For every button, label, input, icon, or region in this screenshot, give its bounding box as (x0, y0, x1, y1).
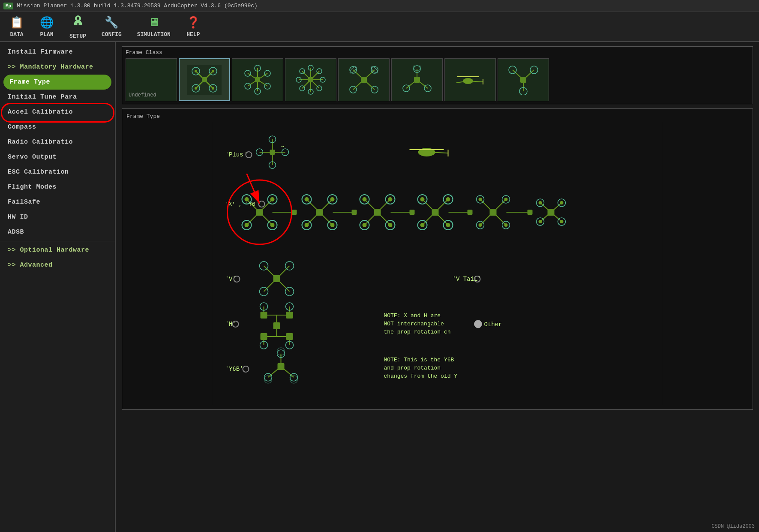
svg-point-220 (474, 320, 482, 328)
sidebar-item-adsb[interactable]: ADSB (0, 225, 115, 240)
frame-thumb-5-svg (400, 65, 434, 95)
svg-rect-134 (374, 209, 381, 216)
nav-plan[interactable]: 🌐 PLAN (32, 13, 62, 40)
frame-thumb-7[interactable] (498, 58, 549, 101)
app-title: Mission Planner 1.3.80 build 1.3.8479.20… (17, 3, 258, 9)
sidebar-item-mandatory-hardware[interactable]: >> Mandatory Hardware (0, 60, 115, 75)
frame-thumb-1[interactable] (179, 58, 230, 101)
svg-point-107 (245, 223, 249, 227)
sidebar-item-install-firmware[interactable]: Install Firmware (0, 45, 115, 60)
help-icon: ❓ (186, 16, 200, 30)
svg-point-106 (270, 197, 275, 201)
svg-text:changes from the old Y: changes from the old Y (384, 373, 458, 379)
svg-text:the prop rotation ch: the prop rotation ch (384, 329, 451, 335)
nav-simulation[interactable]: 🖥 SIMULATION (129, 13, 178, 40)
frame-type-section: Frame Type 'Plus' (122, 108, 753, 410)
svg-point-136 (388, 197, 393, 201)
frame-thumb-3[interactable] (285, 58, 336, 101)
nav-data[interactable]: 📋 DATA (2, 13, 32, 40)
svg-rect-65 (414, 77, 420, 83)
sidebar-item-initial-tune[interactable]: Initial Tune Para (0, 90, 115, 105)
frame-thumb-3-svg (294, 65, 328, 95)
nav-help[interactable]: ❓ HELP (178, 13, 208, 40)
sidebar-item-hw-id[interactable]: HW ID (0, 210, 115, 225)
frame-thumb-1-svg (187, 65, 222, 95)
svg-point-151 (446, 197, 450, 201)
svg-rect-216 (286, 333, 293, 340)
svg-text:NOTE: This is the Y6B: NOTE: This is the Y6B (384, 357, 454, 363)
setup-icon (71, 14, 85, 31)
app-logo: Mp (3, 3, 13, 9)
frame-class-section: Frame Class Undefined (122, 46, 753, 104)
svg-rect-119 (316, 209, 323, 216)
svg-text:NOT interchangable: NOT interchangable (384, 321, 444, 327)
sidebar-item-frame-type[interactable]: Frame Type (3, 75, 111, 90)
svg-rect-215 (261, 333, 267, 340)
frame-thumb-4[interactable] (338, 58, 390, 101)
svg-point-150 (420, 197, 425, 201)
svg-point-166 (504, 198, 508, 201)
frame-thumb-0-label: Undefined (129, 92, 156, 98)
svg-point-122 (305, 223, 309, 227)
svg-text:'X' ,  'Y6': 'X' , 'Y6' (225, 201, 259, 207)
svg-point-16 (212, 87, 214, 90)
nav-config-label: CONFIG (102, 31, 122, 38)
svg-point-180 (539, 201, 542, 204)
svg-rect-149 (432, 209, 439, 216)
svg-rect-110 (292, 210, 297, 215)
svg-text:→: → (281, 144, 285, 150)
svg-point-182 (539, 220, 542, 223)
svg-point-121 (330, 197, 335, 201)
svg-rect-155 (468, 210, 473, 215)
svg-text:'V Tail': 'V Tail' (453, 276, 481, 283)
sidebar-item-flight-modes[interactable]: Flight Modes (0, 180, 115, 195)
frame-thumb-6-svg (453, 65, 487, 95)
frame-thumb-6[interactable] (444, 58, 496, 101)
svg-point-153 (446, 223, 450, 227)
svg-point-152 (420, 223, 425, 227)
sidebar-item-failsafe[interactable]: FailSafe (0, 195, 115, 210)
sidebar-item-esc-cal[interactable]: ESC Calibration (0, 165, 115, 180)
frame-type-title: Frame Type (126, 113, 748, 120)
svg-rect-95 (270, 150, 275, 155)
svg-point-1 (77, 17, 79, 20)
sidebar-item-compass[interactable]: Compass (0, 120, 115, 135)
frame-class-thumbnails: Undefined (126, 58, 749, 101)
svg-rect-140 (410, 210, 415, 215)
svg-rect-196 (273, 275, 280, 282)
svg-point-12 (212, 70, 214, 72)
watermark: CSDN @lida2003 (711, 523, 755, 529)
svg-point-165 (479, 198, 482, 201)
frame-thumb-5[interactable] (391, 58, 443, 101)
svg-rect-24 (255, 77, 260, 82)
svg-rect-214 (286, 312, 293, 319)
frame-thumb-0-svg (134, 65, 168, 95)
svg-point-108 (270, 223, 275, 227)
sidebar-item-accel-cal[interactable]: Accel Calibratio (0, 105, 115, 120)
frame-type-content: 'Plus' (126, 122, 748, 405)
svg-rect-212 (273, 322, 280, 329)
nav-setup-label: SETUP (69, 33, 86, 39)
simulation-icon: 🖥 (148, 16, 159, 30)
navbar: 📋 DATA 🌐 PLAN SETUP 🔧 CONFIG 🖥 SIMULATIO… (0, 12, 759, 42)
frame-thumb-0[interactable]: Undefined (126, 58, 177, 101)
svg-rect-170 (528, 210, 533, 215)
svg-text:NOTE: X and H are: NOTE: X and H are (384, 313, 441, 319)
svg-text:'Y6B': 'Y6B' (225, 366, 243, 373)
nav-config[interactable]: 🔧 CONFIG (94, 13, 129, 40)
frame-thumb-2[interactable] (232, 58, 283, 101)
sidebar-item-advanced[interactable]: >> Advanced (0, 258, 115, 273)
sidebar-item-servo-output[interactable]: Servo Output (0, 150, 115, 165)
sidebar-item-radio-cal[interactable]: Radio Calibratio (0, 135, 115, 150)
data-icon: 📋 (10, 16, 24, 30)
svg-rect-213 (261, 312, 267, 319)
svg-point-10 (195, 70, 197, 72)
svg-point-14 (195, 87, 197, 90)
svg-text:and prop rotation: and prop rotation (384, 365, 441, 371)
plan-icon: 🌐 (40, 16, 54, 30)
svg-rect-8 (202, 77, 207, 82)
nav-setup[interactable]: SETUP (62, 12, 94, 42)
frame-thumb-4-svg (347, 65, 381, 95)
sidebar-item-optional-hardware[interactable]: >> Optional Hardware (0, 243, 115, 258)
svg-rect-233 (278, 363, 285, 370)
